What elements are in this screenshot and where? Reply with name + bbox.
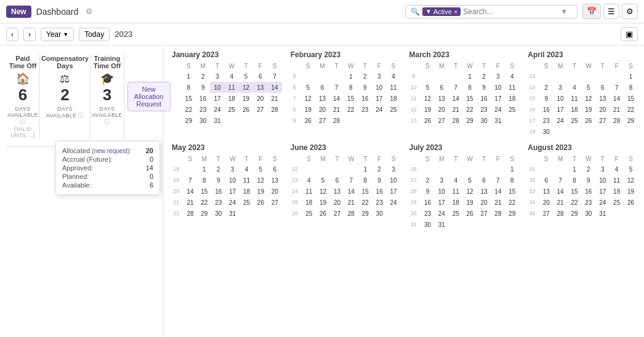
calendar-day[interactable]: 24 bbox=[491, 104, 505, 115]
calendar-day[interactable]: 2 bbox=[539, 82, 553, 93]
calendar-day[interactable]: 9 bbox=[581, 175, 595, 186]
calendar-day[interactable]: 3 bbox=[210, 71, 224, 82]
calendar-day[interactable]: 29 bbox=[624, 115, 638, 126]
calendar-day[interactable]: 21 bbox=[491, 197, 505, 208]
calendar-day[interactable]: 25 bbox=[239, 197, 254, 208]
calendar-day[interactable]: 3 bbox=[553, 82, 568, 93]
calendar-day[interactable]: 17 bbox=[595, 186, 610, 197]
calendar-day[interactable]: 1 bbox=[344, 71, 358, 82]
calendar-day[interactable]: 17 bbox=[387, 186, 401, 197]
list-view-button[interactable]: ☰ bbox=[603, 4, 619, 19]
calendar-day[interactable]: 4 bbox=[302, 175, 316, 186]
calendar-day[interactable]: 18 bbox=[239, 186, 254, 197]
calendar-day[interactable]: 20 bbox=[539, 197, 553, 208]
calendar-day[interactable]: 25 bbox=[225, 104, 239, 115]
calendar-day[interactable]: 4 bbox=[239, 164, 254, 175]
calendar-day[interactable]: 23 bbox=[581, 197, 595, 208]
calendar-day[interactable]: 6 bbox=[268, 164, 282, 175]
calendar-day[interactable]: 14 bbox=[553, 186, 568, 197]
search-dropdown-icon[interactable]: ▼ bbox=[560, 7, 568, 16]
calendar-day[interactable]: 7 bbox=[329, 82, 344, 93]
calendar-day[interactable]: 25 bbox=[302, 208, 316, 219]
calendar-day[interactable]: 7 bbox=[491, 175, 505, 186]
calendar-day[interactable]: 13 bbox=[595, 93, 610, 104]
year-dropdown[interactable]: Year ▼ bbox=[41, 28, 74, 41]
calendar-day[interactable]: 7 bbox=[344, 175, 358, 186]
calendar-day[interactable]: 20 bbox=[435, 104, 449, 115]
calendar-day[interactable]: 16 bbox=[581, 186, 595, 197]
calendar-day[interactable]: 6 bbox=[315, 82, 329, 93]
calendar-day[interactable]: 22 bbox=[197, 197, 211, 208]
calendar-day[interactable]: 2 bbox=[196, 71, 210, 82]
calendar-day[interactable]: 25 bbox=[449, 208, 463, 219]
calendar-day[interactable]: 14 bbox=[449, 93, 463, 104]
calendar-day[interactable]: 15 bbox=[358, 186, 372, 197]
calendar-day[interactable]: 4 bbox=[449, 175, 463, 186]
calendar-day[interactable]: 11 bbox=[568, 93, 582, 104]
calendar-day[interactable]: 20 bbox=[268, 186, 282, 197]
calendar-day[interactable]: 16 bbox=[477, 93, 491, 104]
calendar-view-button[interactable]: 📅 bbox=[582, 4, 601, 19]
calendar-day[interactable]: 20 bbox=[315, 104, 329, 115]
calendar-day[interactable]: 22 bbox=[568, 197, 582, 208]
calendar-day[interactable]: 6 bbox=[253, 71, 267, 82]
calendar-day[interactable]: 3 bbox=[595, 164, 610, 175]
calendar-day[interactable]: 24 bbox=[435, 208, 449, 219]
calendar-day[interactable]: 22 bbox=[505, 197, 519, 208]
calendar-day[interactable]: 19 bbox=[463, 197, 477, 208]
calendar-day[interactable]: 25 bbox=[568, 115, 582, 126]
calendar-day[interactable]: 28 bbox=[610, 115, 624, 126]
calendar-day[interactable]: 28 bbox=[491, 208, 505, 219]
calendar-day[interactable]: 14 bbox=[183, 186, 198, 197]
calendar-day[interactable]: 14 bbox=[491, 186, 505, 197]
calendar-day[interactable]: 19 bbox=[301, 104, 315, 115]
calendar-day[interactable]: 4 bbox=[568, 82, 582, 93]
calendar-day[interactable]: 13 bbox=[477, 186, 491, 197]
calendar-day[interactable]: 9 bbox=[539, 93, 553, 104]
calendar-day[interactable]: 11 bbox=[610, 175, 624, 186]
calendar-day[interactable]: 8 bbox=[463, 82, 477, 93]
new-button[interactable]: New bbox=[6, 6, 31, 18]
calendar-day[interactable]: 31 bbox=[595, 208, 610, 219]
calendar-day[interactable]: 14 bbox=[267, 82, 281, 93]
calendar-day[interactable]: 18 bbox=[568, 104, 582, 115]
calendar-day[interactable]: 6 bbox=[330, 175, 344, 186]
calendar-day[interactable]: 23 bbox=[196, 104, 210, 115]
gear-icon[interactable]: ⚙ bbox=[86, 7, 93, 16]
calendar-day[interactable]: 13 bbox=[268, 175, 282, 186]
calendar-day[interactable]: 18 bbox=[449, 197, 463, 208]
calendar-day[interactable]: 9 bbox=[211, 175, 225, 186]
calendar-day[interactable]: 26 bbox=[421, 115, 435, 126]
calendar-day[interactable]: 12 bbox=[463, 186, 477, 197]
calendar-day[interactable]: 30 bbox=[539, 126, 553, 137]
calendar-day[interactable]: 10 bbox=[491, 82, 505, 93]
prev-button[interactable]: ‹ bbox=[6, 28, 18, 41]
calendar-day[interactable]: 7 bbox=[183, 175, 198, 186]
calendar-day[interactable]: 25 bbox=[610, 197, 624, 208]
calendar-day[interactable]: 31 bbox=[435, 219, 449, 230]
calendar-day[interactable]: 25 bbox=[505, 104, 519, 115]
calendar-day[interactable]: 27 bbox=[268, 197, 282, 208]
calendar-day[interactable]: 21 bbox=[267, 93, 281, 104]
calendar-day[interactable]: 1 bbox=[182, 71, 196, 82]
calendar-day[interactable]: 24 bbox=[387, 197, 401, 208]
calendar-day[interactable]: 10 bbox=[372, 82, 386, 93]
calendar-day[interactable]: 26 bbox=[316, 208, 330, 219]
calendar-day[interactable]: 11 bbox=[505, 82, 519, 93]
calendar-day[interactable]: 25 bbox=[386, 104, 400, 115]
calendar-day[interactable]: 11 bbox=[239, 175, 254, 186]
calendar-day[interactable]: 15 bbox=[197, 186, 211, 197]
calendar-day[interactable]: 27 bbox=[435, 115, 449, 126]
calendar-day[interactable]: 20 bbox=[253, 93, 267, 104]
calendar-day[interactable]: 23 bbox=[539, 115, 553, 126]
calendar-day[interactable]: 17 bbox=[210, 93, 224, 104]
calendar-day[interactable]: 19 bbox=[254, 186, 268, 197]
calendar-day[interactable]: 30 bbox=[211, 208, 225, 219]
calendar-day[interactable]: 1 bbox=[197, 164, 211, 175]
calendar-day[interactable]: 3 bbox=[491, 71, 505, 82]
calendar-day[interactable]: 26 bbox=[254, 197, 268, 208]
calendar-day[interactable]: 24 bbox=[372, 104, 386, 115]
calendar-day[interactable]: 28 bbox=[449, 115, 463, 126]
calendar-day[interactable]: 16 bbox=[196, 93, 210, 104]
calendar-day[interactable]: 28 bbox=[267, 104, 281, 115]
